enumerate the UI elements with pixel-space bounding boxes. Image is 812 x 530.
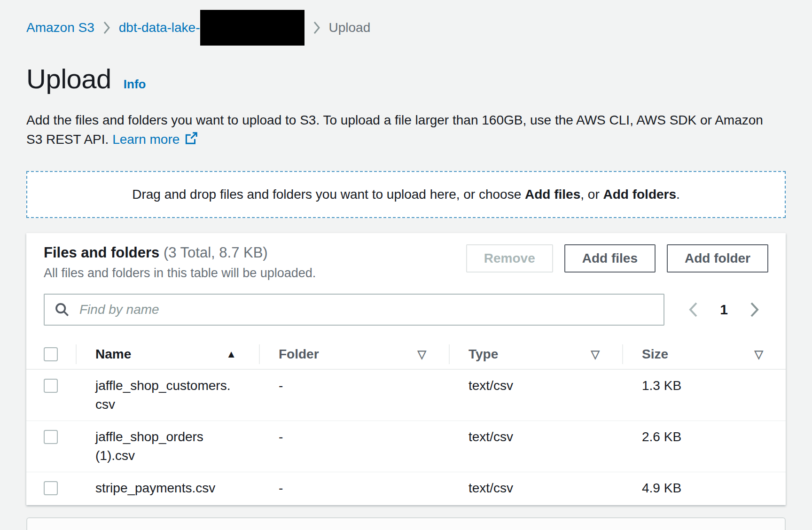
sort-ascending-icon[interactable]: ▲ — [226, 348, 236, 360]
header-folder-label: Folder — [279, 347, 319, 362]
chevron-right-icon — [750, 301, 760, 318]
row-checkbox[interactable] — [44, 379, 58, 393]
file-type: text/csv — [449, 428, 622, 446]
header-type[interactable]: Type ▽ — [449, 340, 622, 369]
search-icon — [54, 302, 70, 318]
add-folder-button[interactable]: Add folder — [667, 244, 768, 273]
learn-more-link[interactable]: Learn more — [112, 132, 180, 147]
search-wrap — [44, 294, 664, 326]
breadcrumb: Amazon S3 dbt-data-lake- Upload — [26, 9, 786, 46]
files-and-folders-panel: Files and folders (3 Total, 8.7 KB) All … — [26, 233, 786, 505]
row-checkbox[interactable] — [44, 430, 58, 444]
page-title: Upload — [26, 63, 111, 94]
panel-title-text: Files and folders — [44, 244, 159, 261]
panel-count: (3 Total, 8.7 KB) — [164, 244, 268, 261]
header-size[interactable]: Size ▽ — [622, 340, 786, 369]
header-size-label: Size — [642, 347, 668, 362]
pagination: 1 — [686, 299, 768, 320]
file-size: 2.6 KB — [622, 428, 786, 446]
chevron-right-icon — [103, 21, 110, 35]
breadcrumb-bucket[interactable]: dbt-data-lake- — [119, 20, 200, 35]
row-checkbox[interactable] — [44, 481, 58, 495]
chevron-left-icon — [688, 301, 698, 318]
description-line-2: S3 REST API. Learn more — [26, 130, 786, 150]
column-divider — [76, 344, 77, 364]
sort-dropdown-icon[interactable]: ▽ — [755, 348, 763, 361]
column-divider — [449, 344, 450, 364]
redacted-bucket-name — [200, 10, 304, 46]
panel-title: Files and folders (3 Total, 8.7 KB) — [44, 244, 316, 261]
file-size: 1.3 KB — [622, 376, 786, 395]
sort-dropdown-icon[interactable]: ▽ — [591, 348, 600, 361]
sort-dropdown-icon[interactable]: ▽ — [418, 348, 426, 361]
table-row: jaffle_shop_orders (1).csv - text/csv 2.… — [26, 421, 786, 472]
chevron-right-icon — [313, 21, 320, 35]
description-line-1: Add the files and folders you want to up… — [26, 110, 786, 130]
page: Amazon S3 dbt-data-lake- Upload Upload I… — [0, 0, 812, 530]
next-page-button[interactable] — [748, 299, 762, 320]
breadcrumb-current-upload: Upload — [329, 20, 371, 35]
table-row: jaffle_shop_customers.csv - text/csv 1.3… — [26, 370, 786, 421]
search-input[interactable] — [44, 294, 664, 326]
title-row: Upload Info — [26, 63, 786, 94]
panel-header: Files and folders (3 Total, 8.7 KB) All … — [26, 233, 786, 281]
panel-actions: Remove Add files Add folder — [466, 244, 768, 273]
file-name: jaffle_shop_customers.csv — [76, 376, 233, 414]
header-checkbox-cell — [26, 347, 76, 361]
description-line-2-text: S3 REST API. — [26, 132, 109, 147]
select-all-checkbox[interactable] — [44, 347, 58, 361]
remove-button[interactable]: Remove — [466, 244, 553, 273]
current-page-number: 1 — [720, 302, 728, 318]
file-size: 4.9 KB — [622, 479, 786, 498]
drag-drop-zone[interactable]: Drag and drop files and folders you want… — [26, 171, 786, 218]
dropzone-text: Drag and drop files and folders you want… — [132, 187, 680, 202]
header-type-label: Type — [468, 347, 498, 362]
external-link-icon — [184, 133, 198, 148]
next-panel-edge — [26, 517, 786, 530]
file-name: jaffle_shop_orders (1).csv — [76, 428, 233, 465]
column-divider — [259, 344, 260, 364]
file-name: stripe_payments.csv — [76, 479, 233, 498]
page-description: Add the files and folders you want to up… — [26, 110, 786, 150]
panel-subtitle: All files and folders in this table will… — [44, 266, 316, 281]
header-name-label: Name — [95, 347, 131, 362]
header-folder[interactable]: Folder ▽ — [259, 340, 449, 369]
info-link[interactable]: Info — [124, 77, 146, 92]
table-row: stripe_payments.csv - text/csv 4.9 KB — [26, 472, 786, 504]
panel-titles: Files and folders (3 Total, 8.7 KB) All … — [44, 244, 316, 281]
file-folder: - — [259, 428, 449, 446]
breadcrumb-amazon-s3[interactable]: Amazon S3 — [26, 20, 94, 35]
file-type: text/csv — [449, 479, 622, 498]
table-header-row: Name ▲ Folder ▽ Type ▽ — [26, 340, 786, 370]
header-name[interactable]: Name ▲ — [76, 340, 259, 369]
table-toolbar: 1 — [26, 294, 786, 326]
column-divider — [622, 344, 623, 364]
file-folder: - — [259, 376, 449, 395]
file-folder: - — [259, 479, 449, 498]
add-files-button[interactable]: Add files — [564, 244, 656, 273]
file-type: text/csv — [449, 376, 622, 395]
previous-page-button[interactable] — [686, 299, 700, 320]
files-table: Name ▲ Folder ▽ Type ▽ — [26, 340, 786, 504]
